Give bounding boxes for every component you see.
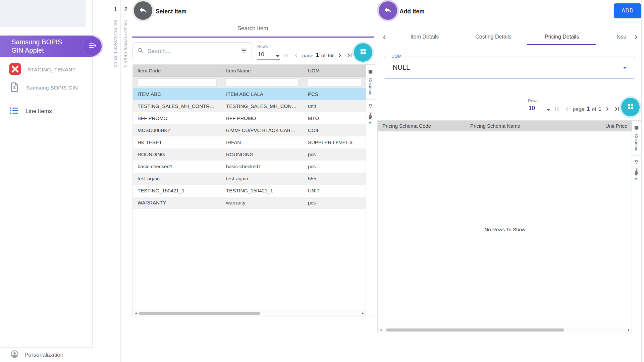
rows-per-page-value: 10 — [529, 105, 535, 112]
columns-tool-tab[interactable]: Columns — [634, 125, 639, 151]
filter-input-uom[interactable] — [308, 78, 361, 86]
columns-tool-label: Columns — [634, 134, 639, 151]
cell-uom: UNIT — [303, 185, 366, 197]
table-row[interactable]: MCSC006BKZ6 MM² CU/PVC BLACK CABLE 1...C… — [133, 124, 366, 136]
columns-icon — [368, 69, 373, 76]
person-icon — [10, 350, 19, 360]
chevron-down-icon — [623, 67, 627, 69]
table-row[interactable]: WARRANTYwarrantypcs — [133, 197, 366, 209]
column-header-item-name[interactable]: Item Name — [221, 65, 303, 76]
tab-costing-details[interactable]: Costing Details — [475, 34, 512, 40]
grid-view-button[interactable] — [354, 43, 372, 62]
next-page-button[interactable] — [604, 105, 611, 113]
rows-per-page-select[interactable]: 10 — [528, 105, 551, 113]
document-icon: $ — [9, 81, 20, 94]
sidebar-item-line-items[interactable]: Line Items — [9, 103, 52, 119]
current-page[interactable]: 1 — [316, 52, 319, 59]
cell-item-code: basic-checked1 — [133, 161, 221, 173]
pagination: page 1 of 89 — [283, 51, 353, 60]
cell-item-name: test-again — [221, 173, 303, 185]
tabs-scroll-left-icon[interactable] — [380, 33, 388, 41]
scrollbar-thumb[interactable] — [139, 312, 260, 315]
last-page-button[interactable] — [613, 105, 621, 113]
table-row[interactable]: TESTING_SALES_MH_CONTRACTTESTING_SALES_M… — [133, 100, 366, 112]
first-page-button[interactable] — [553, 105, 561, 113]
current-page[interactable]: 1 — [586, 106, 589, 112]
tab-search-item[interactable]: Search Item — [131, 25, 374, 32]
add-button[interactable]: ADD — [614, 3, 641, 18]
column-header-item-code[interactable]: Item Code — [133, 65, 221, 76]
funnel-icon — [368, 104, 373, 110]
column-header-unit-price[interactable]: Unit Price — [549, 121, 632, 131]
wizard-steps: 1 SALES INVOICE LISTING 2 SALES INVOICE … — [110, 0, 131, 362]
scroll-right-arrow[interactable]: ► — [626, 327, 632, 333]
table-row[interactable]: BFF PROMOBFF PROMOMTO — [133, 112, 366, 124]
prev-page-button[interactable] — [292, 52, 300, 59]
grid-view-button[interactable] — [621, 98, 640, 116]
uom-dropdown[interactable]: UOM NULL — [384, 57, 635, 79]
filter-input-item-name[interactable] — [226, 78, 299, 86]
app-root: Samsung BOPIS GIN Applet STAGING_TENANT … — [0, 0, 644, 362]
step-tab-sales-invoice-create[interactable]: 2 SALES INVOICE CREATE — [120, 0, 131, 362]
last-page-button[interactable] — [346, 52, 353, 59]
tab-issue-details[interactable]: Issu — [616, 34, 630, 40]
active-tab-underline — [527, 44, 596, 45]
step-tab-sales-invoice-listing[interactable]: 1 SALES INVOICE LISTING — [110, 0, 120, 362]
filters-tool-label: Filters — [368, 112, 373, 124]
column-header-pricing-schema-name[interactable]: Pricing Schema Name — [466, 121, 549, 131]
items-grid: Item Code Item Name UOM ITEM ABCITEM ABC… — [132, 64, 375, 316]
filter-list-icon[interactable] — [240, 47, 248, 56]
table-row[interactable]: ROUNDINGROUNDINGpcs — [133, 148, 366, 161]
column-header-pricing-schema-code[interactable]: Pricing Schema Code — [378, 121, 466, 131]
table-row[interactable]: TESTING_150421_1TESTING_150421_1UNIT — [133, 185, 366, 197]
scroll-left-arrow[interactable]: ◄ — [133, 310, 139, 316]
back-button[interactable] — [134, 1, 152, 20]
cell-item-code: HK TESET — [133, 136, 221, 148]
scrollbar-thumb[interactable] — [386, 328, 564, 331]
app-right-border — [641, 0, 642, 362]
cell-item-name: warranty — [221, 197, 303, 209]
tenant-icon — [9, 63, 21, 77]
sidebar-item-label: STAGING_TENANT — [28, 67, 75, 73]
back-button[interactable] — [379, 1, 397, 20]
collapse-menu-button[interactable] — [83, 37, 102, 55]
filter-input-item-code[interactable] — [138, 78, 217, 86]
columns-tool-tab[interactable]: Columns — [368, 69, 373, 95]
sidebar-item-tenant[interactable]: STAGING_TENANT — [9, 62, 75, 77]
scroll-left-arrow[interactable]: ◄ — [378, 327, 384, 333]
of-word: of — [321, 53, 326, 58]
table-row[interactable]: basic-checked1basic-checked1pcs — [133, 161, 366, 173]
item-table-body: ITEM ABCITEM ABC LALAPCSTESTING_SALES_MH… — [133, 88, 366, 209]
horizontal-scrollbar: ◄ ► — [378, 327, 632, 333]
table-row[interactable]: HK TESETIRFANSUPPLER LEVEL 3 — [133, 136, 366, 148]
rows-per-page-select[interactable]: 10 — [257, 51, 280, 60]
step-number: 2 — [121, 6, 131, 13]
filters-tool-tab[interactable]: Filters — [368, 104, 373, 124]
sidebar-item-applet-doc[interactable]: $ Samsung BOPIS GIN — [9, 80, 78, 95]
column-header-uom[interactable]: UOM — [303, 65, 366, 76]
cell-item-name: TESTING_SALES_MH_CONTRACT — [221, 100, 303, 112]
sidebar-item-label: Samsung BOPIS GIN — [26, 85, 78, 91]
filters-tool-tab[interactable]: Filters — [634, 160, 639, 180]
tab-pricing-details[interactable]: Pricing Details — [545, 34, 579, 40]
back-arrow-icon — [139, 5, 148, 16]
scroll-right-arrow[interactable]: ► — [360, 310, 366, 316]
personalization-label: Personalization — [24, 352, 63, 358]
add-item-panel: Add Item ADD Item Details Costing Detail… — [376, 0, 644, 362]
page-word: page — [573, 106, 584, 112]
filters-tool-label: Filters — [634, 168, 639, 180]
next-page-button[interactable] — [336, 52, 343, 59]
tabs-scroll-right-icon[interactable] — [630, 29, 641, 45]
personalization-button[interactable]: Personalization — [0, 347, 93, 362]
table-row[interactable]: ITEM ABCITEM ABC LALAPCS — [133, 88, 366, 100]
table-row[interactable]: test-againtest-again555 — [133, 173, 366, 185]
horizontal-scrollbar: ◄ ► — [133, 310, 366, 316]
cell-item-name: 6 MM² CU/PVC BLACK CABLE 1... — [221, 124, 303, 136]
first-page-button[interactable] — [283, 52, 290, 59]
prev-page-button[interactable] — [563, 105, 571, 113]
cell-item-name: basic-checked1 — [221, 161, 303, 173]
uom-field-value: NULL — [393, 57, 410, 78]
search-input[interactable] — [148, 48, 237, 55]
cell-item-name: ITEM ABC LALA — [221, 88, 303, 100]
tab-item-details[interactable]: Item Details — [411, 34, 439, 40]
